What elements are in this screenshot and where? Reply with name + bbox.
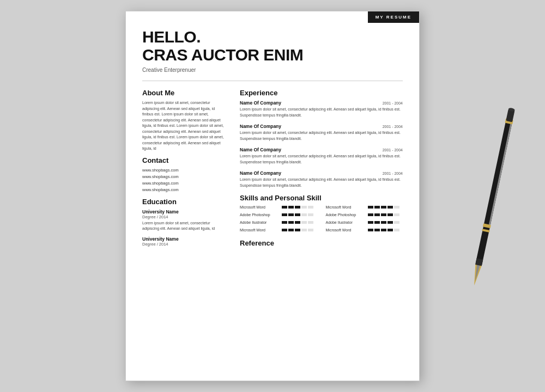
full-name: CRAS AUCTOR ENIM	[142, 46, 348, 64]
exp-text-4: Lorem ipsum dolor sit amet, consectetur …	[240, 177, 403, 188]
seg	[295, 206, 300, 209]
exp-company-3: Name Of Company	[240, 147, 281, 152]
skill-label-7: Microsoft Word	[240, 228, 279, 232]
skill-bar-7	[282, 229, 313, 231]
edu-degree-2: Degree / 2014	[142, 242, 227, 247]
seg	[394, 229, 399, 231]
skill-bar-2	[368, 206, 399, 209]
contact-section-title: Contact	[142, 156, 227, 164]
seg	[301, 213, 307, 216]
exp-company-1: Name Of Company	[240, 100, 281, 106]
education-section-title: Education	[142, 198, 227, 206]
seg	[308, 213, 313, 216]
exp-item-2: Name Of Company 2001 - 2004 Lorem ipsum …	[240, 124, 403, 142]
skills-section-title: Skills and Personal Skill	[240, 194, 403, 202]
exp-text-3: Lorem ipsum dolor sit amet, consectetur …	[240, 154, 403, 165]
about-section-title: About Me	[142, 89, 227, 97]
skill-label-6: Adobe Ilustrator	[326, 220, 365, 224]
skill-row-6: Adobe Ilustrator	[326, 220, 403, 224]
skill-row-7: Microsoft Word	[240, 228, 317, 232]
skill-label-8: Microsoft Word	[326, 228, 365, 232]
pen-svg	[466, 103, 520, 287]
seg	[381, 213, 386, 216]
exp-dates-3: 2001 - 2004	[383, 148, 403, 152]
exp-header-3: Name Of Company 2001 - 2004	[240, 147, 403, 152]
seg	[381, 206, 386, 209]
svg-marker-8	[474, 264, 481, 282]
seg	[374, 206, 380, 209]
exp-item-1: Name Of Company 2001 - 2004 Lorem ipsum …	[240, 100, 403, 118]
contact-links: www.shopbags.com www.shopbags.com www.sh…	[142, 168, 227, 192]
resume-paper: MY RESUME HELLO. CRAS AUCTOR ENIM Creati…	[125, 11, 420, 381]
seg	[387, 213, 393, 216]
seg	[374, 221, 380, 224]
right-column: Experience Name Of Company 2001 - 2004 L…	[240, 89, 403, 251]
seg	[301, 221, 307, 224]
reference-section: Reference	[240, 239, 403, 247]
main-columns: About Me Lorem ipsum dolor sit amet, con…	[142, 89, 403, 251]
seg	[381, 229, 386, 231]
seg	[282, 221, 287, 224]
seg	[295, 229, 300, 231]
seg	[308, 206, 313, 209]
seg	[288, 213, 294, 216]
exp-item-3: Name Of Company 2001 - 2004 Lorem ipsum …	[240, 147, 403, 165]
left-column: About Me Lorem ipsum dolor sit amet, con…	[142, 89, 227, 251]
seg	[368, 206, 373, 209]
svg-rect-9	[475, 258, 483, 266]
skill-row-8: Microsoft Word	[326, 228, 403, 232]
contact-link-3: www.shopbags.com	[142, 181, 227, 186]
seg	[387, 221, 393, 224]
experience-section-title: Experience	[240, 89, 403, 97]
seg	[374, 229, 380, 231]
contact-link-4: www.shopbags.com	[142, 187, 227, 192]
seg	[368, 213, 373, 216]
resume-badge: MY RESUME	[368, 11, 419, 23]
resume-content: HELLO. CRAS AUCTOR ENIM Creative Enterpr…	[126, 11, 419, 381]
name-section: HELLO. CRAS AUCTOR ENIM Creative Enterpr…	[142, 28, 403, 73]
edu-text-1: Lorem ipsum dolor sit amet, consectetur …	[142, 220, 227, 232]
greeting: HELLO.	[142, 28, 348, 46]
seg	[282, 206, 287, 209]
skill-bar-3	[282, 213, 313, 216]
skill-label-4: Adobe Photoshop	[326, 213, 365, 217]
seg	[301, 206, 307, 209]
exp-company-2: Name Of Company	[240, 124, 281, 129]
skill-row-4: Adobe Photoshop	[326, 213, 403, 217]
exp-header-4: Name Of Company 2001 - 2004	[240, 170, 403, 176]
seg	[368, 221, 373, 224]
exp-dates-1: 2001 - 2004	[383, 101, 403, 105]
skill-label-2: Microsoft Word	[326, 205, 365, 209]
skill-bar-8	[368, 229, 399, 231]
skill-bar-5	[282, 221, 313, 224]
skill-row-1: Microsoft Word	[240, 205, 317, 209]
contact-link-1: www.shopbags.com	[142, 168, 227, 173]
reference-section-title: Reference	[240, 239, 403, 247]
exp-text-2: Lorem ipsum dolor sit amet, consectetur …	[240, 130, 403, 142]
seg	[308, 221, 313, 224]
edu-name-1: University Name	[142, 209, 227, 215]
resume-document: MY RESUME HELLO. CRAS AUCTOR ENIM Creati…	[125, 11, 420, 381]
skill-row-2: Microsoft Word	[326, 205, 403, 209]
exp-header-2: Name Of Company 2001 - 2004	[240, 124, 403, 129]
edu-item-2: University Name Degree / 2014	[142, 236, 227, 247]
exp-item-4: Name Of Company 2001 - 2004 Lorem ipsum …	[240, 170, 403, 188]
skill-bar-1	[282, 206, 313, 209]
skill-bar-6	[368, 221, 399, 224]
page-wrapper: MY RESUME HELLO. CRAS AUCTOR ENIM Creati…	[0, 0, 545, 392]
exp-dates-2: 2001 - 2004	[383, 125, 403, 128]
skill-label-3: Adobe Photoshop	[240, 213, 279, 217]
svg-rect-1	[488, 121, 513, 228]
seg	[374, 213, 380, 216]
job-title: Creative Enterprenuer	[142, 67, 348, 73]
seg	[387, 206, 393, 209]
seg	[282, 229, 287, 231]
seg	[295, 221, 300, 224]
education-section: Education University Name Degree / 2014 …	[142, 198, 227, 247]
exp-company-4: Name Of Company	[240, 170, 281, 176]
seg	[308, 229, 313, 231]
seg	[295, 213, 300, 216]
divider	[142, 81, 403, 81]
exp-dates-4: 2001 - 2004	[383, 171, 403, 175]
seg	[394, 213, 399, 216]
